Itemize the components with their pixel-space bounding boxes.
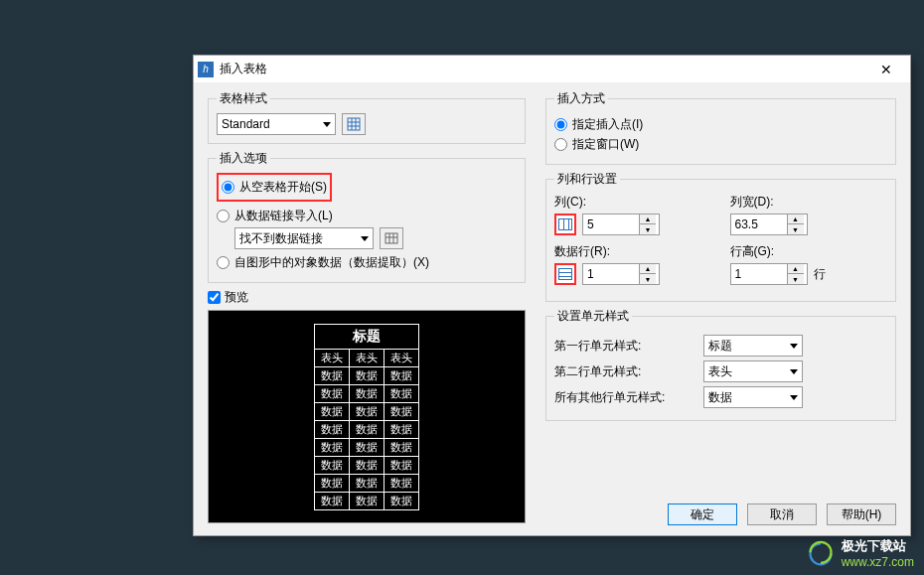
columns-label: 列(C): [554,194,712,211]
svg-rect-0 [348,118,360,130]
ok-button[interactable]: 确定 [668,503,737,525]
spin-down-icon[interactable]: ▼ [640,224,656,234]
table-style-value: Standard [222,117,270,131]
preview-checkbox-input[interactable] [208,291,221,304]
radio-start-empty[interactable]: 从空表格开始(S) [222,179,327,196]
preview-data-cell: 数据 [385,438,419,456]
cancel-button[interactable]: 取消 [747,503,817,525]
table-style-combobox[interactable]: Standard [217,113,336,135]
columns-input[interactable] [583,217,639,231]
app-icon: h [198,62,214,77]
radio-insert-point-label: 指定插入点(I) [572,116,643,133]
preview-data-cell: 数据 [350,456,385,474]
columns-field: 列(C): ▲▼ [554,194,712,235]
spin-up-icon[interactable]: ▲ [640,215,656,224]
preview-checkbox[interactable]: 预览 [208,289,526,306]
radio-start-empty-label: 从空表格开始(S) [239,179,327,196]
close-icon[interactable]: ✕ [866,56,906,82]
radio-from-extraction[interactable]: 自图形中的对象数据（数据提取）(X) [217,254,517,271]
preview-data-cell: 数据 [385,384,419,402]
radio-from-extraction-input[interactable] [217,256,230,269]
preview-data-cell: 数据 [350,402,385,420]
insert-mode-group: 插入方式 指定插入点(I) 指定窗口(W) [545,90,896,165]
watermark-url: www.xz7.com [842,555,914,569]
highlight-start-empty: 从空表格开始(S) [217,173,332,202]
preview-data-cell: 数据 [385,492,419,509]
insert-table-dialog: h 插入表格 ✕ 表格样式 Standard 插入选项 [193,55,911,536]
help-button[interactable]: 帮助(H) [827,503,896,525]
preview-data-cell: 数据 [350,474,385,492]
datarows-input[interactable] [583,267,639,281]
preview-header-cell: 表头 [315,349,350,366]
insert-options-group: 插入选项 从空表格开始(S) 从数据链接导入(L) 找不到数据链接 [208,150,526,283]
columns-spinner[interactable]: ▲▼ [582,214,660,235]
spin-up-icon[interactable]: ▲ [788,264,804,274]
spin-up-icon[interactable]: ▲ [788,215,804,224]
preview-data-cell: 数据 [315,402,350,420]
radio-start-empty-input[interactable] [222,181,234,194]
preview-table: 标题 表头 表头 表头 数据数据数据 数据数据数据 数据数据数据 数据数据数据 … [314,324,419,510]
radio-insert-window[interactable]: 指定窗口(W) [554,136,887,153]
chevron-down-icon [790,369,798,374]
insert-mode-legend: 插入方式 [554,90,608,107]
second-row-style-label: 第二行单元样式: [554,363,703,380]
chevron-down-icon [790,395,798,400]
colwidth-label: 列宽(D): [730,194,888,211]
chevron-down-icon [790,344,798,349]
first-row-style-combobox[interactable]: 标题 [703,335,803,357]
spin-up-icon[interactable]: ▲ [640,264,656,274]
datarows-label: 数据行(R): [554,243,712,260]
table-style-launch-button[interactable] [342,113,366,135]
radio-insert-point-input[interactable] [554,118,567,131]
other-row-style-label: 所有其他行单元样式: [554,389,703,406]
datalink-combobox[interactable]: 找不到数据链接 [234,227,374,249]
radio-from-datalink-input[interactable] [217,210,230,222]
colwidth-input[interactable] [731,217,787,231]
grid-icon [347,117,361,131]
cellstyle-legend: 设置单元样式 [554,308,632,325]
titlebar: h 插入表格 ✕ [194,56,910,82]
preview-data-cell: 数据 [385,420,419,438]
radio-from-datalink-label: 从数据链接导入(L) [234,208,333,224]
table-style-legend: 表格样式 [217,90,270,107]
radio-insert-point[interactable]: 指定插入点(I) [554,116,887,133]
colwidth-field: 列宽(D): ▲▼ [730,194,888,235]
table-style-group: 表格样式 Standard [208,90,526,144]
rowheight-input[interactable] [731,267,787,281]
preview-data-cell: 数据 [350,384,385,402]
datarows-spinner[interactable]: ▲▼ [582,263,660,285]
watermark-logo-icon [806,540,836,566]
dialog-title: 插入表格 [220,61,866,77]
preview-data-cell: 数据 [350,438,385,456]
rowheight-unit: 行 [814,266,826,283]
preview-data-cell: 数据 [315,384,350,402]
columns-icon [554,214,576,235]
preview-data-cell: 数据 [350,492,385,509]
other-row-style-value: 数据 [708,389,732,406]
preview-label: 预览 [225,289,248,306]
preview-area: 标题 表头 表头 表头 数据数据数据 数据数据数据 数据数据数据 数据数据数据 … [208,310,526,523]
preview-data-cell: 数据 [385,474,419,492]
spin-down-icon[interactable]: ▼ [788,274,804,284]
datarows-field: 数据行(R): ▲▼ [554,243,712,285]
insert-options-legend: 插入选项 [217,150,270,167]
radio-insert-window-input[interactable] [554,138,567,151]
preview-data-cell: 数据 [315,366,350,384]
other-row-style-combobox[interactable]: 数据 [703,386,803,408]
left-column: 表格样式 Standard 插入选项 从空表格开始(S) [208,90,526,523]
spin-down-icon[interactable]: ▼ [640,274,656,284]
second-row-style-combobox[interactable]: 表头 [703,360,803,382]
datalink-browse-button[interactable] [380,227,403,249]
preview-data-cell: 数据 [385,402,419,420]
rowheight-spinner[interactable]: ▲▼ [730,263,808,285]
colwidth-spinner[interactable]: ▲▼ [730,214,808,235]
watermark-text: 极光下载站 [842,537,914,555]
rows-icon [554,263,576,285]
preview-data-cell: 数据 [350,420,385,438]
watermark: 极光下载站 www.xz7.com [796,531,924,575]
radio-from-datalink[interactable]: 从数据链接导入(L) [217,208,517,224]
chevron-down-icon [361,236,369,241]
svg-rect-5 [385,233,397,243]
preview-data-cell: 数据 [315,456,350,474]
spin-down-icon[interactable]: ▼ [788,224,804,234]
